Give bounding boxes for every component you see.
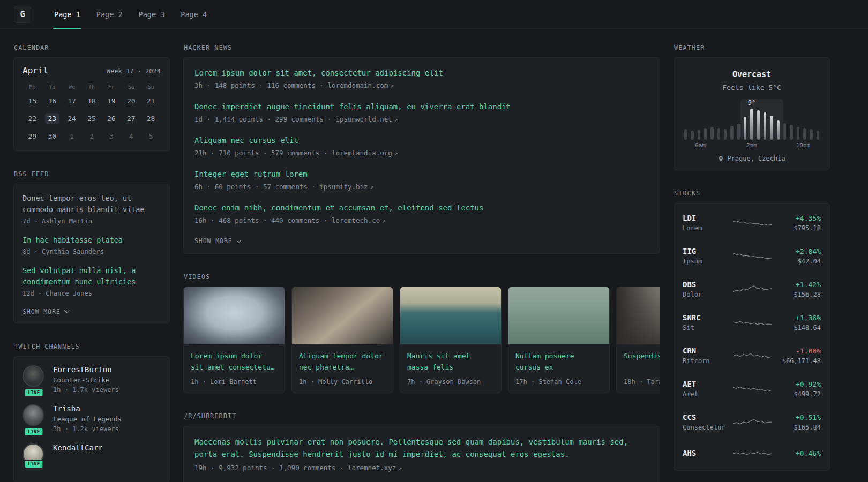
- stock-right-col: +2.84%$42.04: [775, 247, 821, 265]
- weather-hour-bar: [757, 110, 760, 140]
- app-logo[interactable]: G: [14, 6, 31, 23]
- hackernews-item-title[interactable]: Lorem ipsum dolor sit amet, consectetur …: [194, 67, 649, 79]
- weather-hour-bar: [744, 117, 746, 140]
- hackernews-item-meta: 1d · 1,414 points · 299 comments · ipsum…: [194, 115, 649, 123]
- source-link[interactable]: loremtech.co: [332, 216, 380, 224]
- rss-item-meta: 7d · Ashlyn Martin: [23, 217, 161, 225]
- stock-symbol-col: DBSDolor: [683, 280, 730, 298]
- twitch-channel[interactable]: LIVEForrestBurtonCounter-Strike1h · 1.7k…: [23, 365, 161, 394]
- stock-symbol: DBS: [683, 280, 730, 289]
- calendar-weekday-label: We: [62, 81, 82, 92]
- video-card[interactable]: Aliquam tempor dolor nec pharetra…1h · M…: [291, 287, 393, 393]
- hackernews-item-meta: 6h · 60 points · 57 comments · ipsumify.…: [194, 183, 649, 191]
- calendar-day-number: 16: [45, 95, 59, 107]
- hackernews-item: Integer eget rutrum lorem6h · 60 points …: [194, 169, 649, 191]
- videos-widget: VIDEOS Lorem ipsum dolor sit amet consec…: [183, 273, 660, 393]
- source-link[interactable]: loremnet.xyz: [348, 464, 396, 472]
- rss-item-title[interactable]: Sed volutpat nulla nisl, a condimentum n…: [23, 265, 161, 288]
- calendar-day: 23: [42, 110, 62, 127]
- stock-right-col: -1.00%$66,171.48: [775, 347, 821, 365]
- video-thumbnail[interactable]: [292, 287, 393, 344]
- video-meta: 1h · Lori Barnett: [191, 378, 278, 386]
- rss-item-title[interactable]: Donec tempor eros leo, ut commodo mauris…: [23, 193, 161, 215]
- calendar-day: 25: [82, 110, 102, 127]
- subreddit-post: Maecenas mollis pulvinar erat non posuer…: [194, 436, 649, 472]
- item-meta-text: 19h · 9,932 points · 1,090 comments ·: [194, 464, 348, 472]
- source-link[interactable]: loremdomain.com: [327, 81, 388, 89]
- video-meta: 17h · Stefan Cole: [515, 378, 602, 386]
- rss-widget: RSS FEED Donec tempor eros leo, ut commo…: [13, 170, 170, 323]
- chevron-down-icon: [64, 308, 69, 313]
- source-link[interactable]: ipsumify.biz: [319, 183, 368, 191]
- tab-page-3[interactable]: Page 3: [131, 0, 173, 28]
- source-link[interactable]: ipsumworld.net: [335, 115, 392, 123]
- hackernews-show-more-button[interactable]: SHOW MORE: [194, 237, 241, 245]
- calendar-day-number: 28: [144, 113, 158, 124]
- calendar-day-number: 15: [25, 95, 40, 107]
- video-card-body: Mauris sit amet massa felis7h · Grayson …: [400, 344, 501, 393]
- twitch-channel-info: KendallCarr: [53, 443, 103, 465]
- video-title[interactable]: Lorem ipsum dolor sit amet consectetu…: [191, 351, 278, 373]
- hackernews-item-title[interactable]: Donec imperdiet augue tincidunt felis al…: [194, 101, 649, 112]
- rss-card: Donec tempor eros leo, ut commodo mauris…: [13, 184, 170, 323]
- stock-symbol: IIG: [683, 247, 730, 255]
- top-nav: G Page 1Page 2Page 3Page 4: [0, 0, 868, 29]
- video-thumbnail[interactable]: [508, 287, 609, 344]
- twitch-channel-meta: 3h · 1.2k viewers: [53, 425, 122, 433]
- stock-sparkline: [730, 349, 775, 363]
- tab-page-2[interactable]: Page 2: [88, 0, 131, 28]
- calendar-weekday-label: Tu: [42, 81, 62, 92]
- stock-symbol-col: AETAmet: [683, 380, 730, 398]
- video-card[interactable]: Suspendisse diam18h · Tara: [616, 287, 660, 393]
- hackernews-item-title[interactable]: Aliquam nec cursus elit: [194, 135, 649, 146]
- sparkline-chart: [732, 249, 772, 263]
- calendar-day-number: 22: [25, 113, 40, 124]
- rss-item-meta: 12d · Chance Jones: [23, 290, 161, 297]
- calendar-day: 1: [62, 127, 82, 145]
- weather-section-title: WEATHER: [674, 44, 830, 51]
- calendar-day: 19: [101, 92, 121, 110]
- stock-change: +2.84%: [775, 247, 821, 255]
- twitch-channel[interactable]: LIVETrishaLeague of Legends3h · 1.2k vie…: [23, 404, 161, 433]
- stock-name: Sit: [683, 324, 730, 332]
- stock-change: +4.35%: [775, 214, 821, 222]
- stock-sparkline: [730, 382, 775, 396]
- tab-page-1[interactable]: Page 1: [46, 0, 88, 28]
- rss-show-more-button[interactable]: SHOW MORE: [23, 308, 69, 315]
- tab-page-4[interactable]: Page 4: [173, 0, 215, 28]
- stock-row: LDILorem+4.35%$795.18: [683, 206, 821, 239]
- video-thumbnail[interactable]: [617, 287, 660, 344]
- hackernews-item-title[interactable]: Integer eget rutrum lorem: [194, 169, 649, 180]
- video-thumbnail[interactable]: [400, 287, 501, 344]
- video-title[interactable]: Nullam posuere cursus ex: [515, 351, 602, 373]
- stock-right-col: +1.36%$148.64: [775, 314, 821, 332]
- video-card[interactable]: Nullam posuere cursus ex17h · Stefan Col…: [508, 287, 610, 393]
- subreddit-post-title[interactable]: Maecenas mollis pulvinar erat non posuer…: [194, 436, 649, 461]
- rss-item: Donec tempor eros leo, ut commodo mauris…: [23, 193, 161, 225]
- weather-condition: Overcast: [683, 70, 821, 79]
- stocks-card: LDILorem+4.35%$795.18IIGIpsum+2.84%$42.0…: [674, 203, 830, 471]
- twitch-channel-game: Counter-Strike: [53, 376, 119, 384]
- calendar-days-grid: 1516171819202122232425262728293012345: [23, 92, 161, 145]
- video-card[interactable]: Mauris sit amet massa felis7h · Grayson …: [400, 287, 502, 393]
- source-link[interactable]: loremlandia.org: [332, 149, 392, 157]
- video-title[interactable]: Suspendisse diam: [624, 351, 660, 373]
- calendar-day-number: 17: [65, 95, 79, 107]
- video-thumbnail[interactable]: [184, 287, 285, 344]
- stock-right-col: +0.92%$499.72: [775, 380, 821, 398]
- hackernews-section-title: HACKER NEWS: [183, 44, 660, 51]
- video-title[interactable]: Mauris sit amet massa felis: [407, 351, 494, 373]
- rss-item-title[interactable]: In hac habitasse platea: [23, 235, 161, 246]
- stock-row: AHS+0.46%: [683, 439, 821, 468]
- hackernews-item-title[interactable]: Donec enim nibh, condimentum et accumsan…: [194, 202, 649, 214]
- twitch-channel[interactable]: LIVEKendallCarr: [23, 443, 161, 465]
- stock-symbol-col: CCSConsectetur: [683, 413, 730, 431]
- stock-price: $148.64: [775, 324, 821, 332]
- calendar-day-number: 24: [65, 113, 79, 124]
- live-badge: LIVE: [24, 388, 43, 397]
- twitch-channel-name: KendallCarr: [53, 443, 103, 452]
- video-title[interactable]: Aliquam tempor dolor nec pharetra…: [299, 351, 386, 373]
- twitch-avatar-wrap: LIVE: [23, 365, 45, 394]
- weather-hour-bar: [737, 124, 740, 140]
- video-card[interactable]: Lorem ipsum dolor sit amet consectetu…1h…: [183, 287, 285, 393]
